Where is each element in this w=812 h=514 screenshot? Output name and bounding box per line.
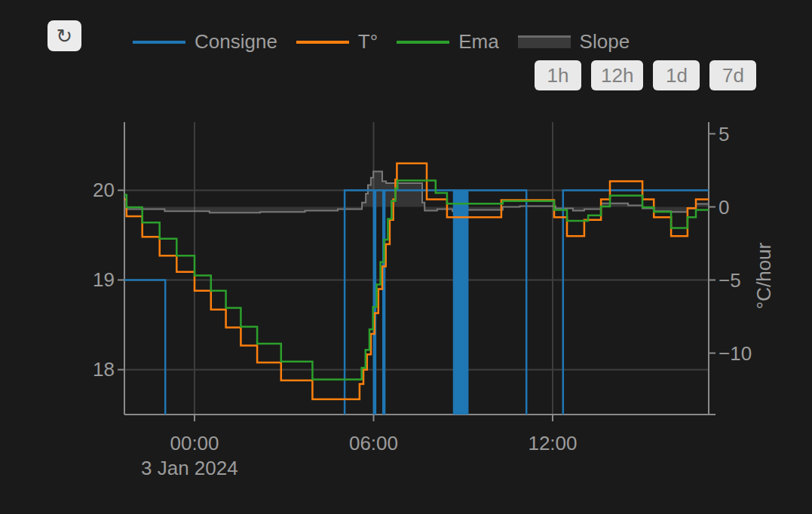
slope-area: [124, 172, 709, 213]
y-right-tick-label: −10: [719, 342, 752, 365]
x-tick-label: 00:00: [170, 432, 219, 454]
y-right-tick-label: −5: [719, 269, 741, 292]
y-left-tick-label: 20: [93, 179, 115, 201]
thermostat-chart-panel: ↻ Consigne T° Ema Slope 1h 12h 1d 7d 00:…: [0, 0, 812, 514]
x-tick-label: 12:00: [528, 432, 577, 454]
x-tick-label: 06:00: [349, 432, 398, 454]
right-axis-title: °C/hour: [752, 242, 775, 309]
chart-canvas[interactable]: 00:0006:0012:0020191850−5−103 Jan 2024°C…: [0, 0, 812, 514]
series-group: [124, 164, 709, 478]
y-left-tick-label: 19: [93, 268, 115, 291]
y-left-tick-label: 18: [93, 358, 115, 381]
y-right-tick-label: 5: [719, 123, 729, 145]
x-axis-date-label: 3 Jan 2024: [141, 457, 238, 479]
y-right-tick-label: 0: [719, 196, 729, 219]
